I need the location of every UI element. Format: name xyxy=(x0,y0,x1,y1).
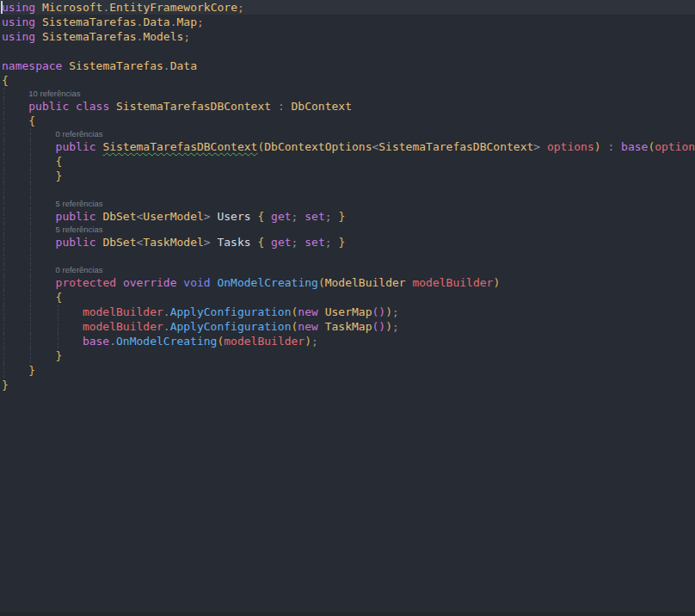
code-token-kw: using xyxy=(2,30,42,43)
blank-line xyxy=(0,183,695,198)
code-token-punct: ; xyxy=(292,236,305,249)
indent-guide xyxy=(30,224,31,235)
indent-guide xyxy=(30,128,31,139)
code-token-kw: public xyxy=(56,140,103,153)
code-line[interactable]: { xyxy=(0,290,695,305)
indent-guide xyxy=(3,290,4,305)
code-token-type: SistemaTarefas xyxy=(42,15,137,28)
code-line[interactable]: protected override void OnModelCreating(… xyxy=(0,275,695,290)
code-token-type: DbContextOptions xyxy=(264,140,372,153)
codelens-line[interactable]: 0 referências xyxy=(0,128,695,139)
code-token-b2: () xyxy=(372,305,385,318)
code-token-b1: ) xyxy=(385,320,392,333)
indent-guide xyxy=(30,169,31,183)
code-token-type: TaskMap xyxy=(325,320,372,333)
codelens-line[interactable]: 5 referências xyxy=(0,224,695,235)
indent-guide xyxy=(30,348,31,363)
codelens-line[interactable]: 0 referências xyxy=(0,264,695,275)
code-token-fn: ApplyConfiguration xyxy=(170,305,292,318)
code-token-type: UserModel xyxy=(143,210,203,223)
code-token-param: modelBuilder xyxy=(224,335,304,348)
indent-guide xyxy=(3,305,4,319)
indent-guide xyxy=(3,235,4,249)
code-token-prop: Users xyxy=(217,210,257,223)
code-line[interactable]: using SistemaTarefas.Models; xyxy=(0,29,695,44)
code-line[interactable]: } xyxy=(0,378,695,392)
code-token-kw: set xyxy=(304,210,324,223)
code-line[interactable]: using Microsoft.EntityFrameworkCore; xyxy=(0,0,695,15)
code-line[interactable]: } xyxy=(0,169,695,183)
indent-guide xyxy=(3,363,4,378)
code-token-param: options xyxy=(655,140,695,153)
code-token-kw: public xyxy=(56,236,103,249)
code-token-fn: ApplyConfiguration xyxy=(170,320,292,333)
codelens-references[interactable]: 0 referências xyxy=(56,129,103,139)
indent-guide xyxy=(3,139,4,154)
code-token-param: modelBuilder xyxy=(412,276,493,289)
codelens-references[interactable]: 5 referências xyxy=(56,199,103,208)
code-token-b1: } xyxy=(338,210,345,223)
code-line[interactable]: using SistemaTarefas.Data.Map; xyxy=(0,15,695,29)
code-token-kw: set xyxy=(304,236,324,249)
indent-guide xyxy=(3,224,4,235)
code-token-param: modelBuilder xyxy=(83,320,163,333)
code-line[interactable]: } xyxy=(0,363,695,378)
code-line[interactable]: modelBuilder.ApplyConfiguration(new User… xyxy=(0,305,695,319)
code-token-punct: > xyxy=(533,140,547,153)
code-token-b2: () xyxy=(372,320,385,333)
code-line[interactable]: { xyxy=(0,73,695,88)
indent-guide xyxy=(3,209,4,224)
indent-guide xyxy=(3,198,4,209)
code-line[interactable]: public class SistemaTarefasDBContext : D… xyxy=(0,99,695,114)
indent-guide xyxy=(3,264,4,275)
code-line[interactable]: base.OnModelCreating(modelBuilder); xyxy=(0,334,695,348)
code-line[interactable]: public DbSet<UserModel> Users { get; set… xyxy=(0,209,695,224)
code-token-punct: > xyxy=(204,210,218,223)
code-token-fn: OnModelCreating xyxy=(217,276,317,289)
indent-guide xyxy=(58,319,58,334)
code-token-type: TaskModel xyxy=(143,236,203,249)
code-line[interactable]: } xyxy=(0,348,695,363)
code-editor[interactable]: using Microsoft.EntityFrameworkCore;usin… xyxy=(0,0,695,616)
code-area[interactable]: using Microsoft.EntityFrameworkCore;usin… xyxy=(0,0,695,392)
text-cursor xyxy=(1,1,3,14)
codelens-references[interactable]: 5 referências xyxy=(56,225,103,234)
code-token-type: SistemaTarefasDBContext xyxy=(378,140,533,153)
code-token-punct: . xyxy=(170,15,177,28)
indent-guide xyxy=(3,114,4,128)
code-token-punct: > xyxy=(204,236,218,249)
code-token-b1: } xyxy=(56,349,63,362)
code-token-type: SistemaTarefas xyxy=(69,59,163,72)
code-token-kw: base xyxy=(83,335,109,348)
blank-line xyxy=(0,249,695,264)
indent-guide xyxy=(3,319,4,334)
code-token-punct: ; xyxy=(392,305,399,318)
code-token-b1: { xyxy=(257,236,271,249)
codelens-references[interactable]: 10 referências xyxy=(28,89,80,98)
codelens-line[interactable]: 10 referências xyxy=(0,88,695,99)
code-line[interactable]: { xyxy=(0,114,695,128)
codelens-line[interactable]: 5 referências xyxy=(0,198,695,209)
code-token-punct: ; xyxy=(325,236,339,249)
code-token-b1: { xyxy=(257,210,271,223)
code-token-kw: new xyxy=(298,305,324,318)
code-token-kw: namespace xyxy=(2,59,69,72)
indent-guide xyxy=(3,169,4,183)
codelens-references[interactable]: 0 referências xyxy=(56,265,103,274)
code-line[interactable]: modelBuilder.ApplyConfiguration(new Task… xyxy=(0,319,695,334)
code-line[interactable]: namespace SistemaTarefas.Data xyxy=(0,59,695,73)
code-token-punct: . xyxy=(163,305,170,318)
code-token-punct: ; xyxy=(311,335,318,348)
code-token-kw: public xyxy=(56,210,103,223)
code-line[interactable]: public SistemaTarefasDBContext(DbContext… xyxy=(0,139,695,154)
code-token-type: DbSet xyxy=(102,236,136,249)
indent-guide xyxy=(30,319,31,334)
code-token-type: UserMap xyxy=(325,305,372,318)
code-token-tan: ; xyxy=(197,15,204,28)
code-line[interactable]: public DbSet<TaskModel> Tasks { get; set… xyxy=(0,235,695,249)
code-token-b1: ) xyxy=(304,335,311,348)
indent-guide xyxy=(3,249,4,264)
code-token-b1: ) xyxy=(385,305,392,318)
code-line[interactable]: { xyxy=(0,154,695,169)
code-token-b1: } xyxy=(28,364,35,377)
